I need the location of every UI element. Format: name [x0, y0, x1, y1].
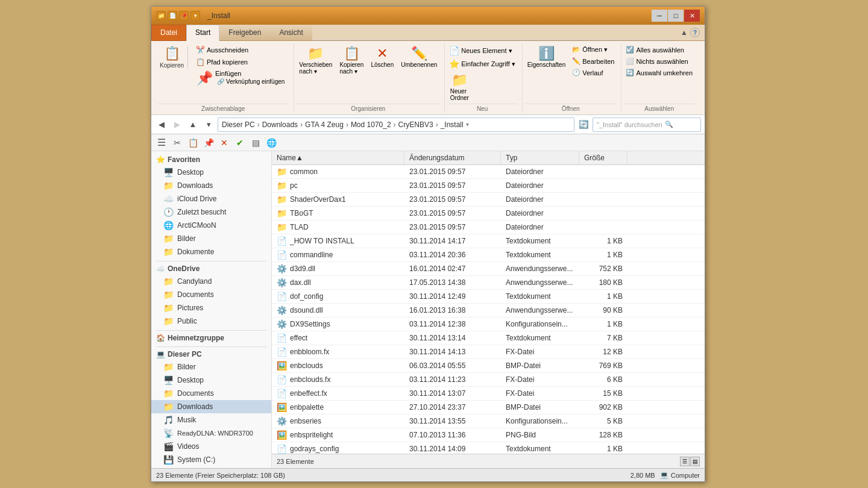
- cut-button[interactable]: ✂️ Ausschneiden: [194, 45, 289, 55]
- sidebar-item-downloads-pc[interactable]: 📁 Downloads: [151, 400, 271, 413]
- file-name-enbpalette: 🖼️enbpalette: [272, 401, 404, 414]
- properties-button[interactable]: ℹ️ Eigenschaften: [525, 45, 568, 69]
- up-button[interactable]: ▲: [186, 118, 200, 131]
- tab-datei[interactable]: Datei: [151, 25, 186, 41]
- sidebar-header-dieser-pc[interactable]: 💻 Dieser PC: [151, 348, 271, 360]
- easy-access-button[interactable]: ⭐Einfacher Zugriff ▾: [447, 58, 517, 70]
- sidebar-item-candyland[interactable]: 📁 Candyland: [151, 275, 271, 288]
- sidebar-header-onedrive[interactable]: ☁️ OneDrive: [151, 263, 271, 275]
- sidebar-item-recent[interactable]: 🕐 Zuletzt besucht: [151, 205, 271, 219]
- sidebar-item-documents-od[interactable]: 📁 Documents: [151, 288, 271, 301]
- recent-locations-button[interactable]: ▾: [202, 118, 215, 131]
- table-row[interactable]: 🖼️enbspritelight 07.10.2013 11:36 PNG-Bi…: [272, 428, 705, 442]
- sidebar-item-bilder-fav[interactable]: 📁 Bilder: [151, 232, 271, 245]
- maximize-button[interactable]: □: [668, 10, 684, 22]
- new-folder-button[interactable]: 📁 NeuerOrdner: [447, 71, 471, 102]
- copy-button[interactable]: 📋 Kopieren: [157, 45, 190, 70]
- move-to-button[interactable]: 📁 Verschiebennach ▾: [297, 45, 335, 76]
- sidebar-item-documents-pc[interactable]: 📁 Documents: [151, 387, 271, 400]
- delete-button[interactable]: ✕ Löschen: [368, 45, 396, 69]
- sidebar-item-desktop-fav[interactable]: 🖥️ Desktop: [151, 166, 271, 179]
- cut-qt-button[interactable]: ✂: [171, 136, 184, 149]
- select-all-button[interactable]: ☑️Alles auswählen: [624, 45, 686, 55]
- view-toggle-button[interactable]: ▤: [249, 136, 262, 149]
- open-button[interactable]: 📂Öffnen ▾: [570, 45, 616, 55]
- sidebar-item-public-od[interactable]: 📁 Public: [151, 314, 271, 328]
- dropdown-icon[interactable]: ▾: [190, 11, 200, 20]
- table-row[interactable]: 🖼️enbpalette 27.10.2014 23:37 BMP-Datei …: [272, 401, 705, 414]
- invert-selection-button[interactable]: 🔄Auswahl umkehren: [624, 67, 694, 78]
- table-row[interactable]: 📁ShaderOverDax1 23.01.2015 09:57 Dateior…: [272, 193, 705, 207]
- collapse-ribbon-btn[interactable]: ▲: [681, 28, 688, 37]
- col-header-size[interactable]: Größe: [579, 151, 627, 164]
- table-row[interactable]: 📄enbeffect.fx 30.11.2014 13:07 FX-Datei …: [272, 387, 705, 401]
- table-row[interactable]: 📁TBoGT 23.01.2015 09:57 Dateiordner: [272, 207, 705, 221]
- table-row[interactable]: 📄_HOW TO INSTALL 30.11.2014 14:17 Textdo…: [272, 234, 705, 248]
- path-dropdown-arrow[interactable]: ▾: [466, 121, 469, 128]
- sidebar-item-musik-pc[interactable]: 🎵 Musik: [151, 413, 271, 427]
- tab-ansicht[interactable]: Ansicht: [270, 25, 312, 40]
- table-row[interactable]: ⚙️enbseries 30.11.2014 13:55 Konfigurati…: [272, 414, 705, 428]
- copy-path-button[interactable]: 📋 Pfad kopieren: [194, 57, 289, 67]
- delete-qt-button[interactable]: ✕: [218, 136, 231, 149]
- minimize-button[interactable]: ─: [652, 10, 667, 22]
- search-box[interactable]: "_Install" durchsuchen 🔍: [593, 117, 701, 132]
- sidebar-item-arcticmoon[interactable]: 🌐 ArctiCMooN: [151, 219, 271, 232]
- table-row[interactable]: 📄enbbloom.fx 30.11.2014 14:13 FX-Datei 1…: [272, 345, 705, 359]
- organisieren-label: Organisieren: [297, 104, 439, 112]
- edit-button[interactable]: ✏️Bearbeiten: [570, 56, 616, 66]
- rename-button[interactable]: ✏️ Umbenennen: [398, 45, 439, 69]
- details-view-button[interactable]: ▤: [690, 457, 700, 466]
- sidebar-item-dokumente-fav[interactable]: 📁 Dokumente: [151, 245, 271, 258]
- sidebar-item-videos-pc[interactable]: 🎬 Videos: [151, 440, 271, 453]
- close-button[interactable]: ✕: [684, 10, 700, 22]
- table-row[interactable]: 📄effect 30.11.2014 13:14 Textdokument 7 …: [272, 331, 705, 345]
- table-row[interactable]: 📁common 23.01.2015 09:57 Dateiordner: [272, 165, 705, 179]
- table-row[interactable]: 📁pc 23.01.2015 09:57 Dateiordner: [272, 179, 705, 193]
- sidebar-item-downloads-fav[interactable]: 📁 Downloads: [151, 179, 271, 192]
- table-row[interactable]: 📄godrays_config 30.11.2014 14:09 Textdok…: [272, 442, 705, 454]
- confirm-qt-button[interactable]: ✔: [233, 136, 247, 149]
- refresh-button[interactable]: 🔄: [577, 118, 590, 131]
- table-row[interactable]: 🖼️enbclouds 06.03.2014 05:55 BMP-Datei 7…: [272, 359, 705, 373]
- forward-button[interactable]: ▶: [171, 118, 184, 131]
- tab-start[interactable]: Start: [186, 25, 219, 41]
- insert-link-button[interactable]: 🔗Verknüpfung einfügen: [215, 77, 286, 86]
- network-button[interactable]: 🌐: [265, 136, 278, 149]
- tab-freigeben[interactable]: Freigeben: [219, 25, 270, 40]
- copy-qt-button[interactable]: 📋: [186, 136, 200, 149]
- table-row[interactable]: 📄dof_config 30.11.2014 12:49 Textdokumen…: [272, 290, 705, 304]
- table-row[interactable]: ⚙️DX9Settings 03.11.2014 12:38 Konfigura…: [272, 318, 705, 331]
- file-name-enbclouds-bmp: 🖼️enbclouds: [272, 359, 404, 372]
- help-btn[interactable]: ?: [690, 28, 700, 37]
- col-header-name[interactable]: Name ▲: [272, 151, 404, 164]
- table-row[interactable]: 📄commandline 03.11.2014 20:36 Textdokume…: [272, 248, 705, 262]
- sidebar-header-heimnetz[interactable]: 🏠 Heimnetzgruppe: [151, 332, 271, 344]
- sidebar-item-pictures-od[interactable]: 📁 Pictures: [151, 301, 271, 314]
- sidebar-item-icloud[interactable]: ☁️ iCloud Drive: [151, 192, 271, 205]
- list-view-button[interactable]: ☰: [680, 457, 690, 466]
- table-row[interactable]: ⚙️d3d9.dll 16.01.2014 02:47 Anwendungsse…: [272, 262, 705, 276]
- status-bottom-left: 23 Elemente (Freier Speicherplatz: 108 G…: [156, 472, 285, 479]
- paste-button[interactable]: 📌 Einfügen 🔗Verknüpfung einfügen: [194, 69, 289, 87]
- table-row[interactable]: ⚙️dax.dll 17.05.2013 14:38 Anwendungsser…: [272, 276, 705, 290]
- copy-to-button[interactable]: 📋 Kopierennach ▾: [337, 45, 366, 76]
- col-header-date[interactable]: Änderungsdatum: [404, 151, 501, 164]
- sidebar-item-bilder-pc[interactable]: 📁 Bilder: [151, 360, 271, 374]
- file-size-tlad: [579, 225, 627, 229]
- table-row[interactable]: 📁TLAD 23.01.2015 09:57 Dateiordner: [272, 221, 705, 234]
- table-row[interactable]: 📄enbclouds.fx 03.11.2014 11:23 FX-Datei …: [272, 373, 705, 387]
- view-list-button[interactable]: ☰: [155, 136, 168, 149]
- sidebar-item-readydlna[interactable]: 📡 ReadyDLNA: WNDR3700: [151, 427, 271, 440]
- sidebar-item-desktop-pc[interactable]: 🖥️ Desktop: [151, 374, 271, 387]
- new-item-button[interactable]: 📄Neues Element ▾: [447, 45, 514, 57]
- sidebar-item-system-c[interactable]: 💾 System (C:): [151, 453, 271, 466]
- paste-qt-button[interactable]: 📌: [202, 136, 215, 149]
- address-path[interactable]: Dieser PC › Downloads › GTA 4 Zeug › Mod…: [218, 117, 574, 132]
- back-button[interactable]: ◀: [155, 118, 168, 131]
- select-none-button[interactable]: ⬜Nichts auswählen: [624, 56, 690, 66]
- col-header-type[interactable]: Typ: [501, 151, 579, 164]
- table-row[interactable]: ⚙️dsound.dll 16.01.2013 16:38 Anwendungs…: [272, 304, 705, 318]
- sidebar-header-favoriten[interactable]: ⭐ Favoriten: [151, 154, 271, 166]
- history-button[interactable]: 🕐Verlauf: [570, 67, 616, 78]
